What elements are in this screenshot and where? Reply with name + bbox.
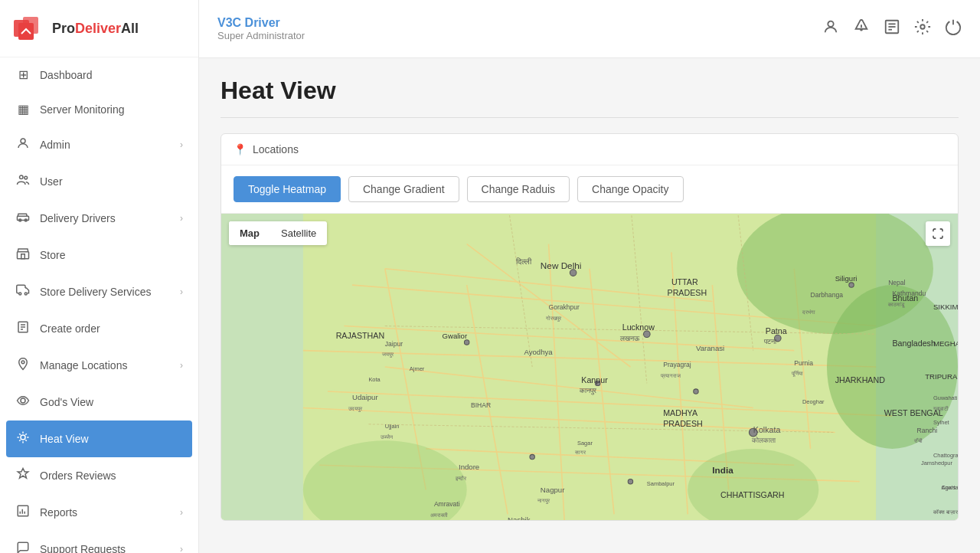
sidebar-item-support-requests[interactable]: Support Requests › [0, 531, 198, 553]
sidebar-item-admin[interactable]: Admin › [0, 126, 198, 163]
sidebar-item-store-delivery-services[interactable]: Store Delivery Services › [0, 273, 198, 310]
sidebar-item-label: User [40, 175, 183, 188]
svg-text:Darbhanga: Darbhanga [811, 291, 844, 299]
svg-point-11 [19, 293, 21, 295]
svg-rect-2 [18, 23, 34, 40]
logo-text: ProDeliverAll [52, 21, 139, 37]
svg-text:RAJASTHAN: RAJASTHAN [336, 331, 384, 340]
svg-text:SIKKIM: SIKKIM [933, 303, 958, 311]
svg-point-4 [20, 175, 24, 179]
change-gradient-button[interactable]: Change Gradient [348, 176, 459, 202]
svg-text:PRADESH: PRADESH [668, 288, 707, 297]
svg-text:New Delhi: New Delhi [541, 260, 582, 270]
svg-text:गोरखपुर: गोरखपुर [545, 315, 562, 322]
svg-text:Agartala: Agartala [942, 484, 958, 491]
svg-text:MEGHALAYA: MEGHALAYA [933, 339, 958, 348]
svg-text:Deoghar: Deoghar [802, 398, 825, 405]
svg-text:Sambalpur: Sambalpur [647, 480, 675, 487]
power-icon[interactable] [945, 18, 962, 39]
svg-text:Jamshedpur: Jamshedpur [921, 460, 953, 466]
svg-text:India: India [712, 465, 733, 475]
change-radius-button[interactable]: Change Raduis [467, 176, 570, 202]
top-header: V3C Driver Super Administrator [199, 0, 980, 58]
svg-text:Kathmandu: Kathmandu [892, 290, 926, 297]
svg-text:सागर: सागर [574, 449, 586, 456]
sidebar-item-orders-reviews[interactable]: Orders Reviews [0, 457, 198, 494]
svg-point-21 [828, 21, 833, 27]
svg-point-67 [628, 479, 632, 483]
page-title: Heat View [220, 77, 959, 105]
reviews-icon [15, 467, 31, 484]
support-icon [15, 541, 31, 553]
sidebar-item-delivery-drivers[interactable]: Delivery Drivers › [0, 200, 198, 237]
page-divider [220, 117, 959, 118]
svg-point-5 [24, 176, 28, 179]
sidebar-item-label: Delivery Drivers [40, 212, 171, 224]
svg-text:पटना: पटना [763, 338, 777, 345]
svg-text:नागपुर: नागपुर [537, 497, 550, 504]
sidebar-item-heat-view[interactable]: Heat View [6, 420, 192, 457]
sidebar-item-gods-view[interactable]: God's View [0, 384, 198, 420]
sidebar-item-server-monitoring[interactable]: ▦ Server Monitoring [0, 92, 198, 126]
svg-text:MADHYA: MADHYA [663, 408, 698, 417]
svg-rect-10 [21, 254, 25, 259]
sidebar-item-manage-locations[interactable]: Manage Locations › [0, 347, 198, 384]
settings-icon[interactable] [914, 18, 931, 39]
svg-text:Ranchi: Ranchi [917, 427, 938, 434]
sidebar: ProDeliverAll ⊞ Dashboard ▦ Server Monit… [0, 0, 199, 553]
sidebar-item-label: Server Monitoring [40, 103, 183, 116]
sidebar-item-reports[interactable]: Reports › [0, 494, 198, 531]
heatmap-icon [15, 430, 31, 447]
svg-text:Ajmer: Ajmer [410, 365, 425, 372]
sidebar-logo: ProDeliverAll [0, 0, 198, 57]
sidebar-item-create-order[interactable]: Create order [0, 310, 198, 347]
svg-text:कानपुर: कानपुर [579, 387, 596, 395]
sidebar-item-label: God's View [40, 396, 183, 408]
svg-text:Nagpur: Nagpur [541, 486, 565, 494]
eye-icon [15, 394, 31, 411]
svg-text:Prayagraj: Prayagraj [663, 361, 691, 368]
svg-text:Nepal: Nepal [888, 279, 905, 286]
sidebar-item-user[interactable]: User [0, 163, 198, 200]
svg-text:दरभंगा: दरभंगा [802, 309, 815, 316]
chevron-right-icon: › [180, 507, 183, 518]
alert-icon[interactable] [853, 18, 870, 39]
svg-text:लखनऊ: लखनऊ [619, 335, 640, 342]
svg-point-23 [861, 29, 862, 31]
dashboard-icon: ⊞ [15, 67, 31, 82]
svg-text:दिल्ली: दिल्ली [515, 257, 532, 266]
chevron-right-icon: › [180, 360, 183, 371]
locations-icon [15, 357, 31, 374]
admin-icon [15, 136, 31, 153]
sidebar-item-store[interactable]: Store [0, 237, 198, 273]
satellite-button[interactable]: Satellite [270, 221, 327, 245]
svg-point-64 [694, 389, 698, 394]
edit-icon[interactable] [884, 18, 900, 39]
sidebar-item-label: Store Delivery Services [40, 286, 171, 298]
order-icon [15, 320, 31, 337]
svg-text:उज्जैन: उज्जैन [380, 434, 394, 440]
svg-point-62 [464, 340, 469, 345]
map-button[interactable]: Map [229, 221, 270, 245]
users-icon [15, 173, 31, 190]
change-opacity-button[interactable]: Change Opacity [577, 176, 683, 202]
svg-text:Patna: Patna [766, 326, 787, 335]
fullscreen-button[interactable] [926, 221, 950, 246]
chevron-right-icon: › [180, 213, 183, 224]
svg-text:उदयपुर: उदयपुर [348, 405, 363, 412]
header-icons [822, 18, 962, 39]
user-profile-icon[interactable] [822, 18, 839, 39]
svg-text:Kolkata: Kolkata [753, 425, 781, 434]
drivers-icon [15, 210, 31, 227]
sidebar-item-label: Create order [40, 322, 183, 335]
svg-rect-9 [18, 252, 29, 259]
locations-label: Locations [253, 143, 299, 155]
map-type-toggle: Map Satellite [229, 221, 327, 245]
user-info: V3C Driver Super Administrator [217, 16, 305, 41]
toggle-heatmap-button[interactable]: Toggle Heatmap [234, 176, 341, 202]
sidebar-item-label: Reports [40, 506, 171, 519]
sidebar-item-dashboard[interactable]: ⊞ Dashboard [0, 57, 198, 92]
svg-text:इन्दौर: इन्दौर [455, 475, 467, 482]
main-content: V3C Driver Super Administrator Heat View [199, 0, 980, 553]
chevron-right-icon: › [180, 139, 183, 150]
